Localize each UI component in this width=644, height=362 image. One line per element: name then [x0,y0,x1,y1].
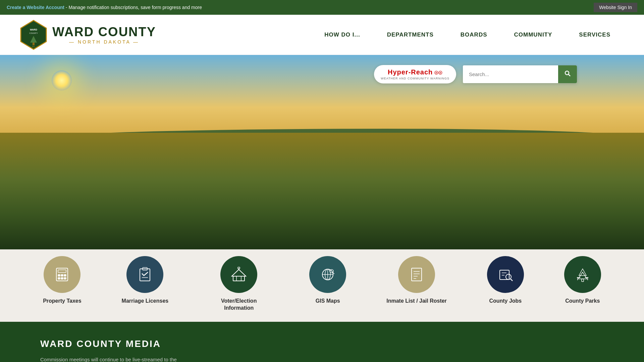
media-text: Commission meetings will continue to be … [40,355,181,362]
hero-section: Hyper-Reach ⦾⦾ WEATHER AND COMMUNITY WAR… [0,55,644,249]
inmate-list-label: Inmate List / Jail Roster [386,298,447,305]
map-pin-icon [319,266,336,283]
search-button[interactable] [558,65,577,83]
nav-services[interactable]: SERVICES [566,28,624,42]
county-jobs-label: County Jobs [489,298,522,305]
nav-community[interactable]: COMMUNITY [501,28,566,42]
county-parks-circle [564,256,601,293]
nav-boards[interactable]: BOARDS [447,28,501,42]
svg-text:WARD: WARD [30,28,37,31]
marriage-licenses-circle [126,256,163,293]
quick-link-county-parks[interactable]: County Parks [544,256,621,312]
top-bar: Create a Website Account - Manage notifi… [0,0,644,15]
gis-maps-label: GIS Maps [316,298,340,305]
svg-rect-21 [236,276,241,281]
quick-links-bar: Property Taxes Marriage Licenses Voter/E… [0,249,644,322]
hyper-reach-logo: Hyper-Reach ⦾⦾ [388,68,442,76]
property-taxes-circle [44,256,80,293]
svg-rect-30 [412,268,422,281]
search-icon [564,70,571,77]
svg-point-36 [506,274,511,280]
svg-rect-19 [233,276,245,281]
voter-election-circle [220,256,257,293]
quick-link-gis-maps[interactable]: GIS Maps [289,256,366,312]
logo-link[interactable]: WARD COUNTY ND WARD COUNTY — NORTH DAKOT… [20,20,156,50]
hero-sun [52,70,72,90]
hero-field [0,133,644,249]
nav-how-do-i[interactable]: HOW DO I... [311,28,373,42]
county-parks-label: County Parks [565,298,600,305]
top-bar-left: Create a Website Account - Manage notifi… [7,5,202,10]
marriage-licenses-label: Marriage Licenses [122,298,169,305]
create-account-link[interactable]: Create a Website Account [7,5,64,10]
nav-departments[interactable]: DEPARTMENTS [374,28,447,42]
svg-rect-35 [500,270,509,280]
svg-rect-9 [58,270,66,273]
svg-text:ND: ND [32,46,35,48]
svg-rect-11 [61,275,63,276]
svg-point-6 [565,71,569,75]
property-taxes-label: Property Taxes [43,298,81,305]
building-icon [230,266,247,283]
svg-rect-10 [58,275,60,276]
inmate-list-circle [398,256,435,293]
tree-bench-icon [574,266,591,283]
svg-line-37 [511,279,513,281]
county-name: WARD COUNTY [52,25,156,38]
county-sub: — NORTH DAKOTA — [52,40,156,44]
sign-in-button[interactable]: Website Sign In [594,3,637,12]
svg-rect-4 [33,43,35,45]
hyper-reach-sub: WEATHER AND COMMUNITY WARNINGS [381,77,449,80]
quick-link-marriage-licenses[interactable]: Marriage Licenses [102,256,189,312]
media-section: WARD COUNTY MEDIA Commission meetings wi… [0,322,644,362]
media-title: WARD COUNTY MEDIA [40,339,604,349]
quick-link-voter-election[interactable]: Voter/Election Information [189,256,289,312]
voter-election-label: Voter/Election Information [209,298,269,312]
search-input[interactable] [463,65,558,83]
header: WARD COUNTY ND WARD COUNTY — NORTH DAKOT… [0,15,644,55]
svg-rect-13 [58,278,60,279]
logo-text: WARD COUNTY — NORTH DAKOTA — [52,25,156,44]
hyper-reach-badge[interactable]: Hyper-Reach ⦾⦾ WEATHER AND COMMUNITY WAR… [374,65,456,83]
logo-icon: WARD COUNTY ND [20,20,47,50]
search-box [463,65,577,83]
svg-line-7 [569,74,570,76]
gis-maps-circle [309,256,346,293]
quick-link-inmate-list[interactable]: Inmate List / Jail Roster [366,256,467,312]
calculator-icon [54,266,70,283]
list-document-icon [408,266,425,283]
svg-marker-20 [232,269,246,276]
svg-rect-12 [64,275,66,276]
jobs-search-icon [497,266,514,283]
hero-search-area: Hyper-Reach ⦾⦾ WEATHER AND COMMUNITY WAR… [374,65,577,83]
svg-rect-14 [61,278,63,279]
county-jobs-circle [487,256,524,293]
quick-link-county-jobs[interactable]: County Jobs [467,256,544,312]
main-nav: HOW DO I... DEPARTMENTS BOARDS COMMUNITY… [311,28,624,42]
svg-rect-23 [238,267,240,269]
clipboard-check-icon [137,266,153,283]
svg-text:COUNTY: COUNTY [29,32,38,34]
svg-rect-42 [582,279,584,282]
svg-rect-15 [64,278,66,279]
quick-link-property-taxes[interactable]: Property Taxes [23,256,101,312]
account-desc: - Manage notification subscriptions, sav… [64,5,202,10]
